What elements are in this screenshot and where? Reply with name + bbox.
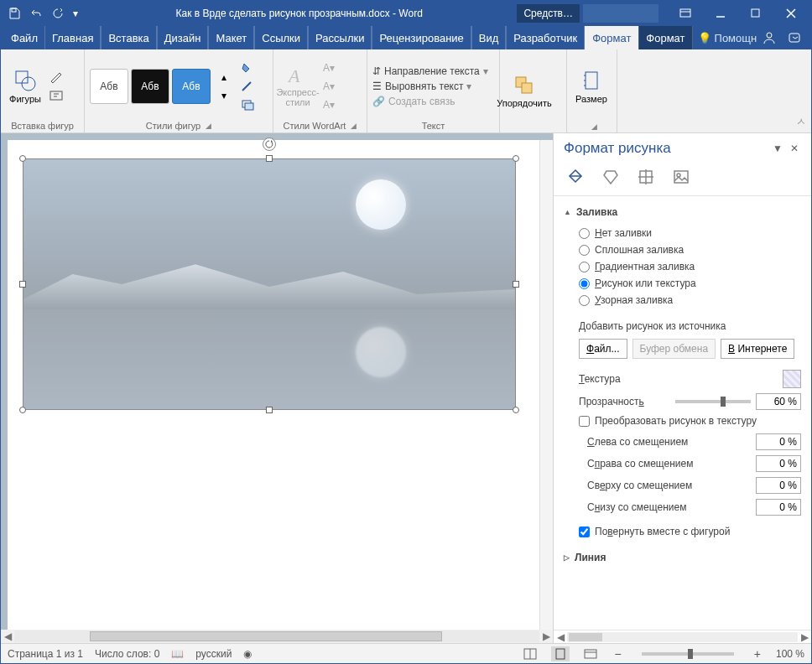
pane-tab-picture-icon[interactable] (669, 165, 693, 189)
document-area[interactable]: ◀ ▶ (1, 133, 553, 643)
macro-record-icon[interactable]: ◉ (243, 648, 252, 660)
text-outline-icon[interactable]: A▾ (320, 78, 338, 95)
tab-insert[interactable]: Вставка (101, 26, 156, 49)
proofing-icon[interactable]: 📖 (171, 648, 184, 660)
word-count[interactable]: Число слов: 0 (95, 648, 159, 660)
zoom-level[interactable]: 100 % (776, 648, 804, 660)
close-icon[interactable] (774, 1, 808, 26)
save-icon[interactable] (4, 3, 24, 23)
pane-tab-effects-icon[interactable] (599, 165, 622, 189)
vertical-scrollbar[interactable] (539, 140, 553, 630)
offset-top-value[interactable] (756, 477, 801, 494)
print-layout-icon[interactable] (551, 646, 570, 661)
tab-references[interactable]: Ссылки (254, 26, 308, 49)
offset-right-value[interactable] (756, 455, 801, 472)
fill-section-header[interactable]: ▲Заливка (564, 203, 801, 221)
radio-solid-fill[interactable]: Сплошная заливка (579, 241, 801, 258)
minimize-icon[interactable] (704, 1, 737, 26)
resize-handle-sw[interactable] (19, 407, 26, 413)
pane-close-icon[interactable]: ✕ (786, 143, 803, 154)
tab-design[interactable]: Дизайн (157, 26, 209, 49)
radio-gradient-fill[interactable]: Градиентная заливка (579, 258, 801, 275)
scroll-right-icon[interactable]: ▶ (539, 630, 553, 643)
horizontal-scrollbar[interactable]: ◀ ▶ (1, 630, 553, 643)
tab-review[interactable]: Рецензирование (372, 26, 471, 49)
create-link-button[interactable]: 🔗Создать связь (372, 96, 488, 107)
text-direction-button[interactable]: ⇵Направление текста▾ (372, 65, 488, 77)
tab-developer[interactable]: Разработчик (506, 26, 585, 49)
pane-scroll-right-icon[interactable]: ▶ (798, 631, 811, 643)
zoom-in-button[interactable]: + (751, 647, 764, 661)
tell-me[interactable]: 💡 Помощн (698, 26, 757, 49)
resize-handle-n[interactable] (266, 155, 273, 162)
radio-pattern-fill[interactable]: Узорная заливка (579, 292, 801, 309)
collapse-ribbon-icon[interactable]: ㅅ (796, 115, 806, 129)
shape-fill-icon[interactable] (239, 60, 258, 76)
arrange-button[interactable]: Упорядочить (505, 62, 544, 121)
shape-outline-icon[interactable] (239, 78, 258, 95)
selected-image[interactable] (23, 158, 516, 410)
tab-view[interactable]: Вид (471, 26, 507, 49)
tab-mailings[interactable]: Рассылки (308, 26, 372, 49)
size-launcher-icon[interactable]: ◢ (591, 122, 597, 131)
resize-handle-s[interactable] (266, 407, 273, 413)
redo-icon[interactable] (48, 3, 68, 23)
style-swatch-1[interactable]: Абв (90, 69, 128, 104)
edit-shape-icon[interactable] (47, 69, 65, 86)
tab-file[interactable]: Файл (4, 26, 44, 49)
shapes-button[interactable]: Фигуры (6, 57, 44, 116)
align-text-button[interactable]: ☰Выровнять текст▾ (372, 80, 488, 92)
rotate-checkbox-row[interactable]: Повернуть вместе с фигурой (564, 523, 801, 540)
language-status[interactable]: русский (195, 648, 232, 660)
offset-left-value[interactable] (756, 433, 801, 450)
zoom-slider[interactable] (642, 652, 734, 656)
resize-handle-w[interactable] (19, 281, 26, 288)
share-icon[interactable] (783, 26, 808, 49)
text-box-icon[interactable] (47, 87, 65, 104)
tab-format-picture[interactable]: Формат (638, 26, 692, 49)
resize-handle-ne[interactable] (513, 155, 519, 162)
transparency-slider[interactable] (675, 400, 751, 403)
page-status[interactable]: Страница 1 из 1 (8, 648, 83, 660)
offset-bottom-value[interactable] (756, 499, 801, 516)
pane-tab-layout-icon[interactable] (634, 165, 658, 189)
rotate-checkbox[interactable] (579, 527, 590, 537)
read-mode-icon[interactable] (521, 646, 539, 661)
web-layout-icon[interactable] (581, 646, 600, 661)
undo-icon[interactable] (26, 3, 46, 23)
pane-scroll-thumb[interactable] (569, 633, 602, 641)
shape-styles-launcher-icon[interactable]: ◢ (206, 122, 211, 130)
online-button[interactable]: В Интернете (721, 339, 794, 359)
tile-checkbox[interactable] (579, 416, 590, 427)
express-styles-button[interactable]: A Экспресс-стили (278, 57, 317, 116)
wordart-launcher-icon[interactable]: ◢ (351, 122, 357, 130)
text-fill-icon[interactable]: A▾ (320, 60, 338, 76)
resize-handle-nw[interactable] (19, 155, 26, 162)
styles-more-icon[interactable]: ▴ (215, 69, 233, 86)
scroll-thumb[interactable] (90, 631, 442, 641)
tab-home[interactable]: Главная (44, 26, 101, 49)
tile-checkbox-row[interactable]: Преобразовать рисунок в текстуру (564, 412, 801, 429)
file-button[interactable]: Файл... (579, 339, 627, 359)
pane-scroll-left-icon[interactable]: ◀ (554, 631, 567, 643)
maximize-icon[interactable] (739, 1, 773, 26)
texture-picker-button[interactable] (783, 370, 801, 388)
text-effects-icon[interactable]: A▾ (320, 96, 338, 113)
style-swatch-2[interactable]: Абв (131, 69, 169, 104)
style-swatch-3[interactable]: Абв (172, 69, 211, 104)
resize-handle-e[interactable] (513, 281, 519, 288)
shape-effects-icon[interactable] (239, 96, 258, 113)
account-icon[interactable] (757, 26, 782, 49)
zoom-out-button[interactable]: − (612, 647, 625, 661)
transparency-value[interactable] (756, 393, 801, 410)
radio-no-fill[interactable]: Нет заливки (579, 225, 801, 241)
rotate-handle[interactable] (263, 137, 276, 151)
line-section-header[interactable]: ▷Линия (564, 548, 801, 567)
ribbon-options-icon[interactable] (669, 1, 702, 26)
styles-more-down-icon[interactable]: ▾ (215, 87, 233, 104)
size-button[interactable]: Размер (572, 58, 611, 117)
resize-handle-se[interactable] (513, 407, 519, 413)
pane-options-icon[interactable]: ▼ (769, 143, 786, 154)
scroll-left-icon[interactable]: ◀ (1, 630, 14, 643)
radio-picture-fill[interactable]: Рисунок или текстура (579, 275, 801, 292)
